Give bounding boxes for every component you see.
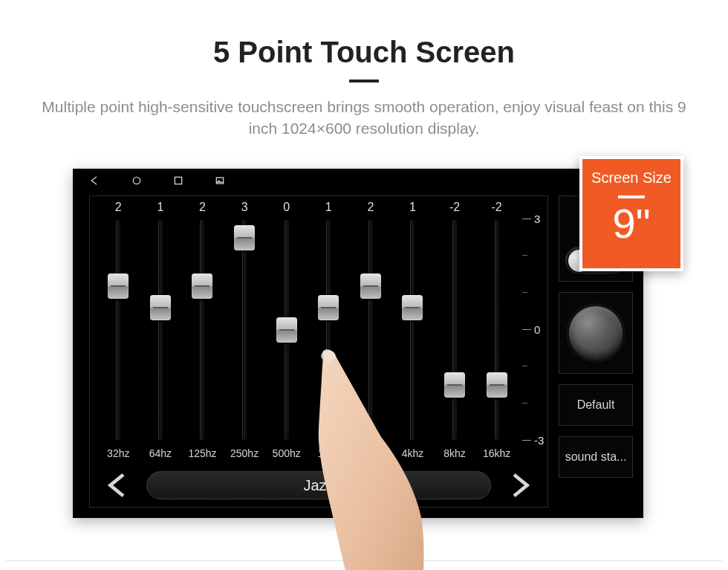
eq-slider-knob[interactable] bbox=[444, 372, 465, 398]
eq-frequency-label: 1khz bbox=[308, 447, 350, 459]
svg-rect-1 bbox=[175, 177, 181, 184]
page-subtitle: Multiple point high-sensitive touchscree… bbox=[15, 96, 713, 140]
eq-slider-value: 3 bbox=[241, 201, 248, 218]
eq-slider-value: 2 bbox=[199, 201, 206, 218]
divider bbox=[6, 560, 722, 561]
home-icon[interactable] bbox=[131, 175, 143, 190]
default-button[interactable]: Default bbox=[559, 384, 633, 426]
eq-slider[interactable]: -2 bbox=[434, 201, 476, 440]
eq-slider[interactable]: -2 bbox=[475, 201, 518, 440]
eq-slider-track[interactable] bbox=[368, 220, 373, 440]
fader-knob[interactable] bbox=[569, 306, 623, 360]
recent-icon[interactable] bbox=[172, 175, 184, 190]
eq-slider[interactable]: 0 bbox=[265, 201, 308, 440]
eq-slider-track[interactable] bbox=[495, 220, 499, 440]
eq-slider-track[interactable] bbox=[410, 220, 415, 440]
eq-slider-knob[interactable] bbox=[234, 225, 255, 250]
eq-slider-knob[interactable] bbox=[108, 273, 129, 299]
eq-slider-value: -2 bbox=[492, 201, 502, 218]
eq-frequency-label: 8khz bbox=[434, 447, 476, 459]
eq-frequency-label: 16khz bbox=[475, 447, 518, 459]
eq-slider-value: 1 bbox=[409, 201, 416, 218]
back-icon[interactable] bbox=[89, 175, 101, 190]
eq-slider-knob[interactable] bbox=[360, 273, 381, 299]
eq-slider-value: 2 bbox=[115, 201, 122, 218]
eq-slider-track[interactable] bbox=[326, 220, 331, 440]
scale-label-bottom: -3 bbox=[534, 434, 544, 447]
eq-slider-knob[interactable] bbox=[487, 372, 507, 398]
eq-frequency-label: 32hz bbox=[97, 447, 140, 459]
svg-rect-2 bbox=[216, 178, 223, 184]
eq-frequency-label: 250hz bbox=[224, 447, 266, 459]
preset-name[interactable]: Jazz bbox=[146, 471, 491, 499]
eq-slider-value: 1 bbox=[325, 201, 332, 218]
scale-label-mid: 0 bbox=[534, 323, 540, 336]
screen-size-badge: Screen Size 9" bbox=[579, 156, 683, 271]
eq-frequency-label: 500hz bbox=[265, 447, 308, 459]
eq-slider-value: 0 bbox=[283, 201, 290, 218]
eq-slider-knob[interactable] bbox=[318, 295, 339, 320]
eq-frequency-label: 125hz bbox=[181, 447, 224, 459]
eq-slider-knob[interactable] bbox=[402, 295, 423, 320]
eq-slider-track[interactable] bbox=[452, 220, 457, 440]
svg-point-0 bbox=[133, 177, 140, 184]
eq-frequency-label: 4khz bbox=[391, 447, 434, 459]
eq-slider-track[interactable] bbox=[200, 220, 204, 440]
eq-slider-track[interactable] bbox=[242, 220, 247, 440]
eq-slider-value: 2 bbox=[367, 201, 374, 218]
preset-prev-button[interactable] bbox=[103, 471, 131, 499]
eq-slider[interactable]: 2 bbox=[97, 201, 140, 440]
preset-next-button[interactable] bbox=[506, 471, 534, 499]
device-screen: 21230121-2-2 3 0 -3 32hz64hz125hz250hz50… bbox=[73, 169, 643, 518]
eq-slider[interactable]: 3 bbox=[224, 201, 266, 440]
eq-scale: 3 0 -3 bbox=[522, 218, 547, 440]
title-underline bbox=[349, 80, 379, 82]
eq-frequency-label: 64hz bbox=[140, 447, 182, 459]
badge-value: 9" bbox=[612, 203, 650, 244]
image-icon[interactable] bbox=[214, 175, 226, 190]
equalizer-panel: 21230121-2-2 3 0 -3 32hz64hz125hz250hz50… bbox=[89, 195, 548, 508]
page-title: 5 Point Touch Screen bbox=[0, 36, 728, 69]
eq-slider[interactable]: 1 bbox=[391, 201, 434, 440]
eq-slider-track[interactable] bbox=[158, 220, 163, 440]
eq-slider-value: -2 bbox=[449, 201, 460, 218]
eq-slider-knob[interactable] bbox=[150, 295, 171, 320]
eq-frequency-label: 2khz bbox=[350, 447, 392, 459]
sound-stage-button[interactable]: sound sta... bbox=[559, 436, 633, 478]
badge-title: Screen Size bbox=[591, 169, 672, 187]
frequency-labels: 32hz64hz125hz250hz500hz1khz2khz4khz8khz1… bbox=[97, 447, 518, 459]
badge-underline bbox=[618, 195, 645, 198]
eq-slider-knob[interactable] bbox=[192, 273, 212, 299]
eq-slider[interactable]: 2 bbox=[350, 201, 392, 440]
eq-slider-track[interactable] bbox=[285, 220, 289, 440]
eq-slider[interactable]: 1 bbox=[308, 201, 350, 440]
eq-slider-track[interactable] bbox=[116, 220, 120, 440]
eq-slider[interactable]: 1 bbox=[140, 201, 182, 440]
eq-slider-knob[interactable] bbox=[276, 317, 297, 343]
eq-slider-value: 1 bbox=[157, 201, 163, 218]
eq-slider[interactable]: 2 bbox=[181, 201, 224, 440]
status-bar bbox=[73, 169, 643, 192]
scale-label-top: 3 bbox=[534, 213, 540, 225]
